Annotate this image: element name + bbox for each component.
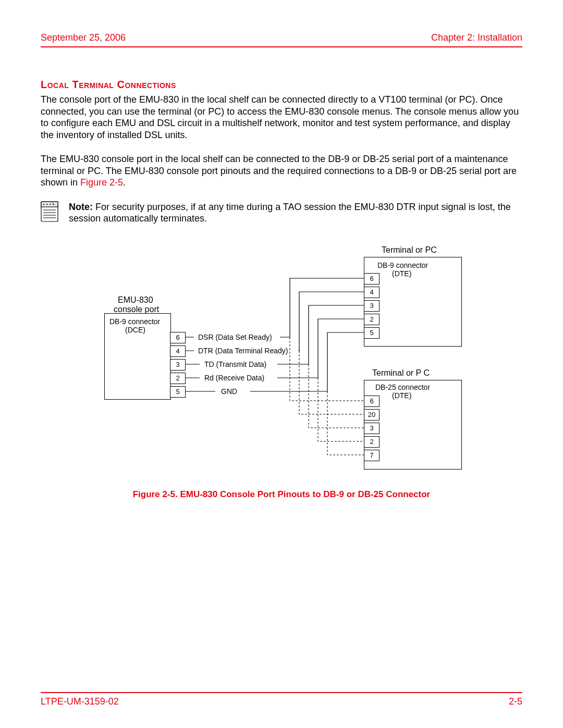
figure-link[interactable]: Figure 2-5 [80, 177, 123, 188]
paragraph-2: The EMU-830 console port in the local sh… [41, 153, 522, 189]
db25-conn-2: (DTE) [392, 391, 411, 400]
signal-dtr: DTR (Data Terminal Ready) [198, 347, 288, 355]
db25-pin-6: 6 [364, 396, 380, 407]
db25-pin-3: 3 [364, 423, 380, 434]
note-text: Note: For security purposes, if at any t… [69, 201, 522, 225]
footer-doc: LTPE-UM-3159-02 [41, 696, 119, 707]
signal-gnd: GND [221, 387, 237, 396]
db9-pin-4: 4 [364, 287, 380, 298]
page-footer: LTPE-UM-3159-02 2-5 [41, 692, 522, 707]
svg-point-2 [43, 203, 44, 204]
emu-conn-2: (DCE) [125, 326, 145, 334]
svg-point-3 [46, 203, 47, 204]
db25-pin-2: 2 [364, 436, 380, 448]
emu-pin-2: 2 [170, 373, 186, 384]
db9-title: Terminal or PC [382, 245, 437, 255]
db9-pin-5: 5 [364, 327, 380, 339]
note-icon [41, 201, 58, 222]
emu-pin-4: 4 [170, 346, 186, 357]
figure-caption: Figure 2-5. EMU-830 Console Port Pinouts… [41, 489, 522, 500]
db25-pin-20: 20 [364, 409, 380, 421]
db25-conn-1: DB-25 connector [375, 383, 430, 391]
note-block: Note: For security purposes, if at any t… [41, 201, 522, 225]
signal-dsr: DSR (Data Set Ready) [198, 333, 272, 341]
emu-title-1: EMU-830 [118, 295, 153, 305]
note-body: For security purposes, if at any time du… [69, 202, 511, 224]
signal-td: TD (Transmit Data) [204, 360, 266, 368]
db25-pin-7: 7 [364, 450, 380, 461]
db9-conn-2: (DTE) [392, 269, 411, 278]
footer-page: 2-5 [509, 696, 522, 707]
db9-pin-3: 3 [364, 300, 380, 312]
db9-pin-6: 6 [364, 273, 380, 285]
emu-title-2: console port [114, 305, 159, 314]
pinout-diagram: EMU-830 console port DB-9 connector (DCE… [73, 245, 490, 475]
paragraph-2b: . [123, 177, 126, 188]
db25-title: Terminal or P C [372, 368, 430, 378]
header-date: September 25, 2006 [41, 32, 126, 43]
paragraph-1: The console port of the EMU-830 in the l… [41, 94, 522, 141]
svg-point-4 [50, 203, 51, 204]
db9-pin-2: 2 [364, 314, 380, 325]
header-chapter: Chapter 2: Installation [431, 32, 522, 43]
signal-rd: Rd (Receive Data) [204, 374, 264, 382]
page-header: September 25, 2006 Chapter 2: Installati… [41, 32, 522, 47]
db9-conn-1: DB-9 connector [377, 261, 428, 269]
emu-pin-6: 6 [170, 332, 186, 343]
emu-conn-1: DB-9 connector [109, 317, 160, 326]
emu-pin-5: 5 [170, 386, 186, 398]
note-label: Note: [69, 202, 93, 212]
section-title: Local Terminal Connections [41, 79, 522, 91]
emu-pin-3: 3 [170, 359, 186, 371]
